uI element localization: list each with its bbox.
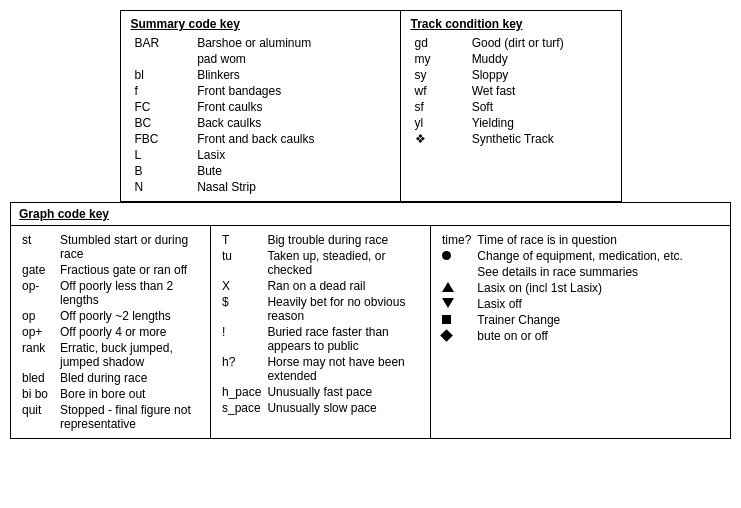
desc-cell: Nasal Strip [193, 179, 389, 195]
list-item: Trainer Change [439, 312, 686, 328]
icon-cell [439, 312, 474, 328]
list-item: BCBack caulks [131, 115, 390, 131]
list-item: tuTaken up, steadied, or checked [219, 248, 422, 278]
top-tables: Summary code key BARBarshoe or aluminump… [120, 10, 622, 202]
graph-col2: TBig trouble during racetuTaken up, stea… [211, 226, 431, 438]
list-item: Lasix on (incl 1st Lasix) [439, 280, 686, 296]
desc-cell: Big trouble during race [264, 232, 422, 248]
code-cell: ❖ [411, 131, 468, 147]
list-item: ❖Synthetic Track [411, 131, 611, 147]
list-item: stStumbled start or during race [19, 232, 202, 262]
diamond-icon [440, 329, 453, 342]
list-item: FCFront caulks [131, 99, 390, 115]
list-item: Lasix off [439, 296, 686, 312]
list-item: quitStopped - final figure not represent… [19, 402, 202, 432]
bottom-section: Graph code key stStumbled start or durin… [10, 202, 731, 439]
list-item: BBute [131, 163, 390, 179]
code-cell: s_pace [219, 400, 264, 416]
graph-key-title: Graph code key [19, 207, 109, 221]
graph-col2-table: TBig trouble during racetuTaken up, stea… [219, 232, 422, 416]
desc-cell: Buried race faster than appears to publi… [264, 324, 422, 354]
desc-cell: Front bandages [193, 83, 389, 99]
desc-cell: Bled during race [57, 370, 202, 386]
code-cell: B [131, 163, 194, 179]
code-cell: my [411, 51, 468, 67]
list-item: ylYielding [411, 115, 611, 131]
code-cell: BAR [131, 35, 194, 51]
desc-cell: Good (dirt or turf) [468, 35, 611, 51]
graph-col1-table: stStumbled start or during racegateFract… [19, 232, 202, 432]
desc-cell: Wet fast [468, 83, 611, 99]
graph-col3: time?Time of race is in questionChange o… [431, 226, 694, 438]
desc-cell: Ran on a dead rail [264, 278, 422, 294]
code-cell [131, 51, 194, 67]
code-cell: X [219, 278, 264, 294]
list-item: NNasal Strip [131, 179, 390, 195]
list-item: h?Horse may not have been extended [219, 354, 422, 384]
list-item: op+Off poorly 4 or more [19, 324, 202, 340]
list-item: bledBled during race [19, 370, 202, 386]
icon-cell [439, 296, 474, 312]
desc-cell: Erratic, buck jumped, jumped shadow [57, 340, 202, 370]
list-item: FBCFront and back caulks [131, 131, 390, 147]
triangle-down-icon [442, 298, 454, 308]
icon-cell [439, 280, 474, 296]
code-cell: st [19, 232, 57, 262]
desc-cell: Unusually fast pace [264, 384, 422, 400]
desc-cell: Sloppy [468, 67, 611, 83]
code-cell: h? [219, 354, 264, 384]
list-item: $Heavily bet for no obvious reason [219, 294, 422, 324]
list-item: myMuddy [411, 51, 611, 67]
list-item: See details in race summaries [439, 264, 686, 280]
code-cell: FC [131, 99, 194, 115]
summary-key-table: BARBarshoe or aluminumpad womblBlinkersf… [131, 35, 390, 195]
desc-cell: Bore in bore out [57, 386, 202, 402]
desc-cell: Front caulks [193, 99, 389, 115]
list-item: opOff poorly ~2 lengths [19, 308, 202, 324]
track-key-title: Track condition key [411, 17, 611, 31]
desc-cell: Stopped - final figure not representativ… [57, 402, 202, 432]
list-item: gdGood (dirt or turf) [411, 35, 611, 51]
list-item: op-Off poorly less than 2 lengths [19, 278, 202, 308]
list-item: time?Time of race is in question [439, 232, 686, 248]
code-cell: wf [411, 83, 468, 99]
desc-cell: Heavily bet for no obvious reason [264, 294, 422, 324]
desc-cell: bute on or off [474, 328, 685, 344]
track-condition-key: Track condition key gdGood (dirt or turf… [401, 11, 621, 201]
code-cell: gate [19, 262, 57, 278]
code-cell: f [131, 83, 194, 99]
desc-cell: Stumbled start or during race [57, 232, 202, 262]
list-item: bi boBore in bore out [19, 386, 202, 402]
square-icon [442, 315, 451, 324]
list-item: TBig trouble during race [219, 232, 422, 248]
desc-cell: Barshoe or aluminum [193, 35, 389, 51]
code-cell: gd [411, 35, 468, 51]
code-cell: rank [19, 340, 57, 370]
list-item: Change of equipment, medication, etc. [439, 248, 686, 264]
code-cell: op [19, 308, 57, 324]
desc-cell: Blinkers [193, 67, 389, 83]
desc-cell: Bute [193, 163, 389, 179]
desc-cell: Taken up, steadied, or checked [264, 248, 422, 278]
icon-cell [439, 264, 474, 280]
list-item: sfSoft [411, 99, 611, 115]
graph-key-title-row: Graph code key [11, 203, 730, 226]
desc-cell: Horse may not have been extended [264, 354, 422, 384]
list-item: pad wom [131, 51, 390, 67]
desc-cell: Muddy [468, 51, 611, 67]
desc-cell: Lasix off [474, 296, 685, 312]
page-wrapper: Summary code key BARBarshoe or aluminump… [10, 10, 731, 439]
code-cell: L [131, 147, 194, 163]
desc-cell: Lasix on (incl 1st Lasix) [474, 280, 685, 296]
summary-code-key: Summary code key BARBarshoe or aluminump… [121, 11, 401, 201]
list-item: gateFractious gate or ran off [19, 262, 202, 278]
code-cell: BC [131, 115, 194, 131]
list-item: wfWet fast [411, 83, 611, 99]
desc-cell: Lasix [193, 147, 389, 163]
code-cell: op+ [19, 324, 57, 340]
graph-col3-table: time?Time of race is in questionChange o… [439, 232, 686, 344]
list-item: !Buried race faster than appears to publ… [219, 324, 422, 354]
list-item: h_paceUnusually fast pace [219, 384, 422, 400]
code-cell: N [131, 179, 194, 195]
desc-cell: Off poorly ~2 lengths [57, 308, 202, 324]
